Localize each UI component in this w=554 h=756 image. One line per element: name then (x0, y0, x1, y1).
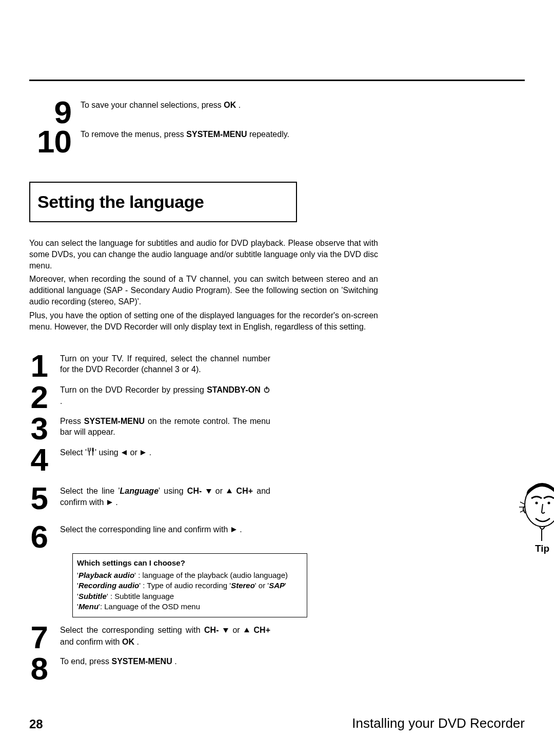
svg-marker-3 (141, 450, 146, 455)
button-label: SYSTEM-MENU (112, 657, 172, 666)
step-text: To remove the menus, press SYSTEM-MENU r… (81, 127, 322, 140)
button-label: CH+ (254, 626, 270, 634)
text: Turn on the DVD Recorder by pressing (60, 385, 207, 394)
intro-p2: Moreover, when recording the sound of a … (29, 274, 378, 307)
svg-marker-8 (223, 628, 228, 633)
text: Press (60, 417, 84, 425)
right-arrow-icon (140, 448, 147, 459)
step-1: 1 Turn on your TV. If required, select t… (29, 351, 270, 380)
section-intro: You can select the language for subtitle… (29, 238, 378, 333)
step-text: To save your channel selections, press O… (81, 98, 322, 111)
step-number: 9 (29, 98, 81, 127)
text: . (172, 657, 177, 666)
text: : Subtitle language (108, 592, 174, 600)
right-arrow-icon (230, 525, 238, 536)
svg-marker-4 (206, 489, 211, 494)
tip-question: Which settings can I choose? (77, 558, 303, 568)
text: Select ' (60, 448, 87, 457)
text: or (229, 626, 244, 634)
tip-label: Tip (517, 543, 554, 554)
step-text: Turn on your TV. If required, select the… (60, 351, 270, 375)
step-3: 3 Press SYSTEM-MENU on the remote contro… (29, 414, 270, 443)
tip-row: 'Playback audio' : language of the playb… (77, 570, 303, 580)
step-text: Select the corresponding line and confir… (60, 522, 242, 536)
tip-row: 'Recording audio' : Type of audio record… (77, 580, 303, 591)
step-number: 6 (29, 522, 60, 551)
svg-point-12 (548, 501, 550, 504)
option: SAP (269, 581, 285, 590)
button-label: CH- (187, 487, 202, 495)
step-number: 3 (29, 414, 60, 443)
text: To end, press (60, 657, 112, 666)
menu-item: Menu (78, 602, 98, 611)
step-2: 2 Turn on the DVD Recorder by pressing S… (29, 382, 270, 412)
chapter-title: Installing your DVD Recorder (352, 715, 525, 731)
option: Stereo (231, 581, 255, 590)
manual-page: 9 To save your channel selections, press… (0, 0, 554, 756)
text: To remove the menus, press (81, 130, 186, 139)
step-number: 8 (29, 654, 60, 683)
text: Select the corresponding line and confir… (60, 525, 230, 534)
steps-column: 1 Turn on your TV. If required, select t… (29, 351, 270, 686)
menu-item: Subtitle (78, 592, 107, 600)
step-5: 5 Select the line 'Language' using CH- o… (29, 483, 270, 513)
menu-item: Recording audio (78, 581, 139, 590)
text: ' using (159, 487, 187, 495)
step-text: Select the corresponding setting with CH… (60, 623, 270, 647)
tip-row: 'Menu': Language of the OSD menu (77, 602, 303, 612)
text: : Type of audio recording ' (141, 581, 231, 590)
section-title: Setting the language (37, 192, 204, 212)
page-content: 9 To save your channel selections, press… (29, 98, 525, 685)
text: or (128, 448, 140, 457)
step-number: 7 (29, 623, 60, 652)
up-arrow-icon (226, 486, 232, 497)
text: ' using (95, 448, 121, 457)
step-8: 8 To end, press SYSTEM-MENU . (29, 654, 270, 683)
svg-point-11 (536, 501, 538, 504)
step-7: 7 Select the corresponding setting with … (29, 623, 270, 652)
text: . (113, 498, 118, 507)
step-number: 2 (29, 382, 60, 412)
step-text: Press SYSTEM-MENU on the remote control.… (60, 414, 270, 438)
section-title-box: Setting the language (29, 182, 297, 222)
steps-block: 1 Turn on your TV. If required, select t… (29, 351, 525, 686)
left-arrow-icon (121, 448, 128, 459)
step-text: Select '' using or . (60, 445, 151, 459)
text: or (212, 487, 227, 495)
step-number: 5 (29, 483, 60, 513)
text: . (134, 637, 139, 646)
tip-figure: Tip (517, 480, 554, 554)
step-text: To end, press SYSTEM-MENU . (60, 654, 177, 667)
button-label: CH+ (236, 487, 253, 495)
text: To save your channel selections, press (81, 101, 224, 109)
step-number: 4 (29, 445, 60, 474)
intro-p1: You can select the language for subtitle… (29, 238, 378, 272)
text: repeatedly. (247, 130, 289, 139)
page-number: 28 (29, 717, 43, 731)
button-label: OK (122, 637, 134, 646)
text: : Language of the OSD menu (100, 602, 200, 611)
text: ' or ' (255, 581, 269, 590)
button-label: SYSTEM-MENU (186, 130, 247, 139)
power-icon (263, 385, 270, 396)
text: . (60, 397, 62, 405)
button-label: STANDBY-ON (207, 385, 261, 394)
svg-marker-6 (107, 500, 112, 505)
tip-box: Which settings can I choose? 'Playback a… (72, 553, 307, 617)
menu-item: Language (120, 487, 159, 495)
svg-marker-2 (122, 450, 127, 455)
up-arrow-icon (244, 625, 250, 636)
down-arrow-icon (206, 486, 212, 497)
text: : language of the playback (audio langua… (136, 571, 288, 579)
text: . (147, 448, 151, 457)
svg-marker-7 (231, 527, 236, 532)
right-arrow-icon (106, 497, 113, 509)
button-label: CH- (204, 626, 219, 634)
down-arrow-icon (223, 625, 229, 636)
tip-head-icon (519, 480, 554, 542)
text: and confirm with (60, 637, 122, 646)
step-9: 9 To save your channel selections, press… (29, 98, 525, 127)
text: Select the corresponding setting with (60, 626, 204, 634)
step-text: Select the line 'Language' using CH- or … (60, 483, 270, 509)
text: . (236, 101, 241, 109)
